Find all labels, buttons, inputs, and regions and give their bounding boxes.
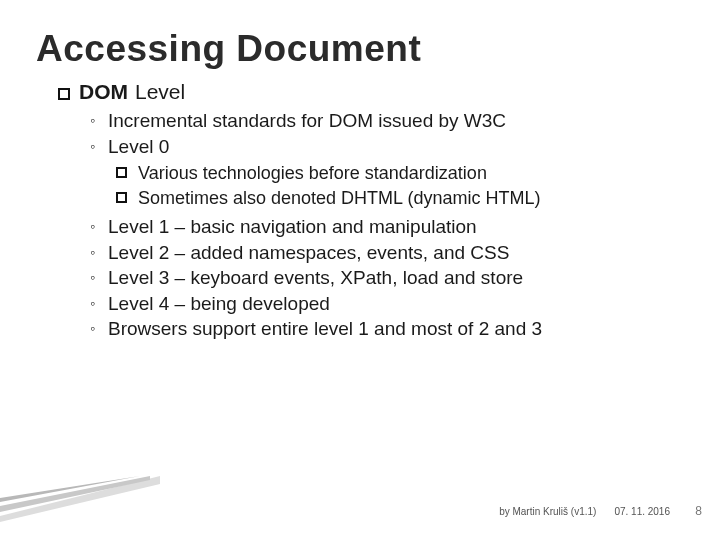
bullet-list-a: Incremental standards for DOM issued by … [90,108,684,159]
svg-marker-1 [0,476,150,512]
list-item: Sometimes also denoted DHTML (dynamic HT… [116,186,684,210]
list-item: Level 3 – keyboard events, XPath, load a… [90,265,684,291]
footer: by Martin Kruliš (v1.1) 07. 11. 2016 8 [499,504,702,518]
footer-date: 07. 11. 2016 [614,506,670,517]
top-level-prefix: DOM [79,80,128,104]
top-level-suffix: Level [135,80,185,104]
square-bullet-icon [58,88,70,100]
slide: Accessing Document DOM Level Incremental… [0,0,720,540]
svg-marker-0 [0,476,160,522]
svg-marker-2 [0,476,140,502]
page-number: 8 [688,504,702,518]
list-item: Level 0 [90,134,684,160]
list-item: Level 1 – basic navigation and manipulat… [90,214,684,240]
list-item: Level 2 – added namespaces, events, and … [90,240,684,266]
footer-author: by Martin Kruliš (v1.1) [499,506,596,517]
list-item: Browsers support entire level 1 and most… [90,316,684,342]
top-level-item: DOM Level [58,80,684,104]
list-item: Level 4 – being developed [90,291,684,317]
slide-title: Accessing Document [36,28,684,70]
list-item: Incremental standards for DOM issued by … [90,108,684,134]
bullet-list-b: Level 1 – basic navigation and manipulat… [90,214,684,342]
list-item: Various technologies before standardizat… [116,161,684,185]
decorative-wedge [0,476,170,522]
sub-bullet-list: Various technologies before standardizat… [116,161,684,210]
